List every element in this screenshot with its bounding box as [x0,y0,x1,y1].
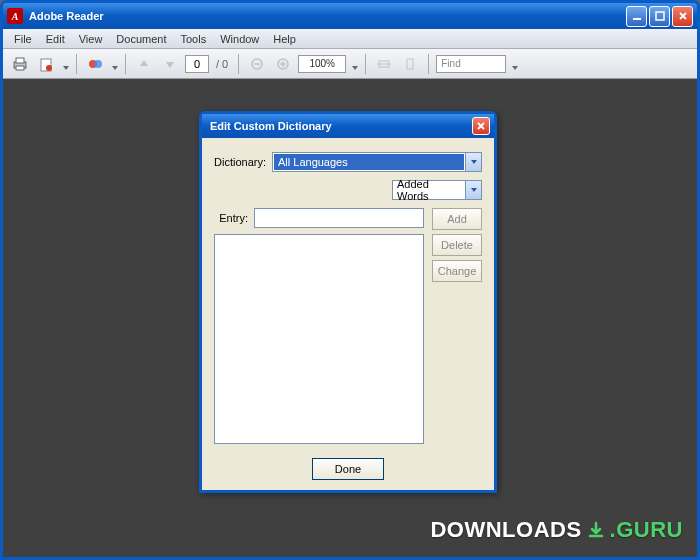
zoom-out-button[interactable] [246,53,268,75]
filter-combo[interactable]: Added Words [392,180,482,200]
svg-rect-0 [633,18,641,20]
svg-point-9 [252,59,262,69]
svg-rect-16 [407,59,413,69]
svg-rect-4 [16,66,24,70]
change-button[interactable]: Change [432,260,482,282]
maximize-button[interactable] [649,6,670,27]
edit-dictionary-dialog: Edit Custom Dictionary Dictionary: All L… [199,111,497,493]
minimize-button[interactable] [626,6,647,27]
menu-file[interactable]: File [7,31,39,47]
main-window: A Adobe Reader File Edit View Document T… [0,0,700,560]
separator [238,54,239,74]
menu-window[interactable]: Window [213,31,266,47]
filter-combo-value: Added Words [393,176,465,204]
separator [125,54,126,74]
dropdown-arrow-icon [63,61,69,67]
entry-label: Entry: [214,212,248,224]
dropdown-arrow-icon [352,61,358,67]
save-button[interactable] [35,53,57,75]
watermark: DOWNLOADS .GURU [430,517,683,543]
add-button[interactable]: Add [432,208,482,230]
svg-rect-3 [16,58,24,63]
zoom-level-box[interactable]: 100% [298,55,346,73]
fit-page-button[interactable] [399,53,421,75]
menu-edit[interactable]: Edit [39,31,72,47]
menu-tools[interactable]: Tools [174,31,214,47]
watermark-text-1: DOWNLOADS [430,517,581,543]
window-controls [626,6,693,27]
dictionary-combo[interactable]: All Languages [272,152,482,172]
entry-input[interactable] [254,208,424,228]
dialog-body: Dictionary: All Languages Added Words En… [202,138,494,490]
close-button[interactable] [672,6,693,27]
dropdown-arrow-icon [112,61,118,67]
separator [365,54,366,74]
chevron-down-icon [465,181,481,199]
separator [76,54,77,74]
find-input[interactable]: Find [436,55,506,73]
collab-button[interactable] [84,53,106,75]
entry-list[interactable] [214,234,424,444]
app-icon: A [7,8,23,24]
page-total-label: / 0 [216,58,228,70]
window-title: Adobe Reader [29,10,626,22]
zoom-in-button[interactable] [272,53,294,75]
svg-rect-14 [379,61,389,67]
svg-rect-5 [41,59,51,71]
svg-point-11 [278,59,288,69]
page-up-button[interactable] [133,53,155,75]
dictionary-combo-value: All Languages [274,154,464,170]
print-button[interactable] [9,53,31,75]
toolbar: / 0 100% Find [3,49,697,79]
dialog-close-button[interactable] [472,117,490,135]
watermark-text-2: .GURU [610,517,683,543]
dictionary-label: Dictionary: [214,156,266,168]
page-down-button[interactable] [159,53,181,75]
download-icon [586,520,606,540]
svg-point-8 [94,60,102,68]
separator [428,54,429,74]
title-bar: A Adobe Reader [3,3,697,29]
dialog-title-text: Edit Custom Dictionary [206,120,472,132]
svg-rect-2 [14,62,26,68]
page-number-input[interactable] [185,55,209,73]
chevron-down-icon [465,153,481,171]
menu-document[interactable]: Document [109,31,173,47]
dialog-title-bar: Edit Custom Dictionary [202,114,494,138]
done-button[interactable]: Done [312,458,384,480]
delete-button[interactable]: Delete [432,234,482,256]
svg-point-6 [46,65,52,71]
svg-rect-1 [656,12,664,20]
dropdown-arrow-icon [512,61,518,67]
fit-width-button[interactable] [373,53,395,75]
menu-view[interactable]: View [72,31,110,47]
svg-point-7 [89,60,97,68]
menu-help[interactable]: Help [266,31,303,47]
menu-bar: File Edit View Document Tools Window Hel… [3,29,697,49]
